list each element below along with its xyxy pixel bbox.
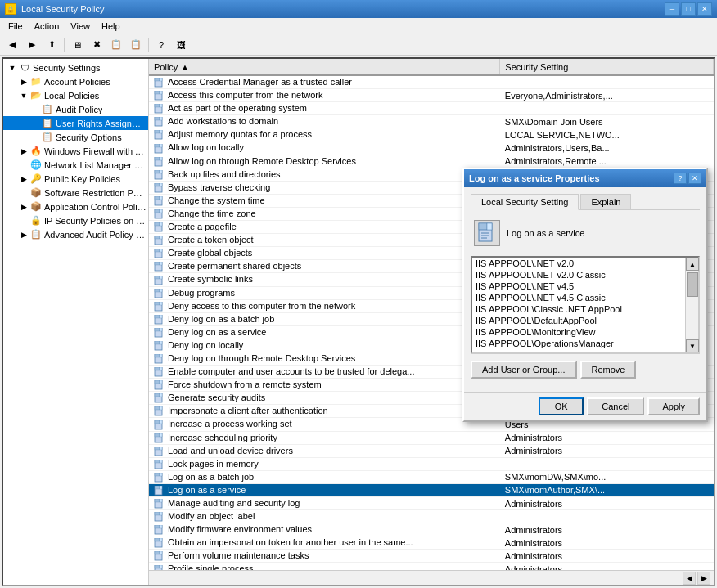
expander-advanced-audit[interactable]: ▶ [18, 229, 29, 240]
expander-software-restriction[interactable] [18, 187, 29, 199]
dialog-listbox[interactable]: IIS APPPOOL\.NET v2.0IIS APPPOOL\.NET v2… [472, 258, 685, 352]
add-user-button[interactable]: Add User or Group... [471, 361, 577, 379]
status-scroll-left[interactable]: ◀ [683, 572, 696, 585]
tree-item-advanced-audit[interactable]: ▶ 📋 Advanced Audit Policy Configuration [3, 227, 148, 241]
toolbar-up[interactable]: ⬆ [43, 37, 61, 53]
table-row[interactable]: Log on as a batch jobSMX\momDW,SMX\mo... [149, 470, 714, 483]
policy-cell: Deny log on as a batch job [149, 312, 500, 325]
table-row[interactable]: Profile single processAdministrators [149, 563, 714, 570]
table-row[interactable]: Increase scheduling priorityAdministrato… [149, 431, 714, 444]
tree-item-network-list[interactable]: 🌐 Network List Manager Policies [3, 158, 148, 172]
dialog-scrollbar: ▲ ▼ [685, 258, 698, 352]
table-row[interactable]: Load and unload device driversAdministra… [149, 444, 714, 457]
listbox-item[interactable]: IIS APPPOOL\.NET v4.5 [472, 281, 685, 292]
table-row[interactable]: Obtain an impersonation token for anothe… [149, 536, 714, 550]
table-row[interactable]: Modify an object label [149, 510, 714, 523]
tree-item-app-control[interactable]: ▶ 📦 Application Control Policies [3, 200, 148, 213]
scroll-up-button[interactable]: ▲ [686, 258, 699, 271]
minimize-button[interactable]: ─ [665, 2, 679, 16]
listbox-item[interactable]: IIS APPPOOL\.NET v2.0 [472, 258, 685, 269]
dialog-icon-row: Log on as a service [471, 217, 700, 249]
tree-item-windows-firewall[interactable]: ▶ 🔥 Windows Firewall with Advanced Sec..… [3, 144, 148, 158]
menu-file[interactable]: File [3, 20, 28, 32]
expander-security-settings[interactable]: ▼ [7, 62, 18, 74]
policy-row-icon [154, 551, 165, 561]
tree-item-public-key[interactable]: ▶ 🔑 Public Key Policies [3, 172, 148, 186]
listbox-item[interactable]: IIS APPPOOL\Classic .NET AppPool [472, 303, 685, 315]
policy-row-icon [154, 130, 165, 140]
policy-cell: Increase a process working set [149, 418, 500, 431]
table-row[interactable]: Manage auditing and security logAdminist… [149, 497, 714, 510]
menu-action[interactable]: Action [29, 20, 65, 32]
table-row[interactable]: Log on as a serviceSMX\momAuthor,SMX\... [149, 483, 714, 496]
svg-rect-103 [155, 525, 160, 528]
table-row[interactable]: Act as part of the operating system [149, 102, 714, 115]
toolbar-properties[interactable]: 📋 [107, 37, 125, 53]
expander-audit-policy[interactable] [29, 104, 41, 115]
toolbar-forward[interactable]: ▶ [23, 37, 41, 53]
tab-local-security-setting[interactable]: Local Security Setting [471, 194, 579, 210]
expander-account-policies[interactable]: ▶ [18, 76, 29, 88]
toolbar-help[interactable]: ? [152, 37, 170, 53]
table-row[interactable]: Add workstations to domainSMX\Domain Joi… [149, 115, 714, 128]
svg-rect-109 [155, 551, 160, 554]
remove-button[interactable]: Remove [580, 361, 637, 379]
ok-button[interactable]: OK [539, 397, 584, 415]
listbox-item[interactable]: IIS APPPOOL\.NET v2.0 Classic [472, 269, 685, 281]
setting-cell: Administrators [500, 563, 714, 570]
dialog-content: Local Security Setting Explain [464, 187, 706, 392]
expander-app-control[interactable]: ▶ [18, 201, 29, 213]
col-header-setting[interactable]: Security Setting [500, 59, 714, 75]
svg-rect-136 [479, 223, 487, 230]
menu-help[interactable]: Help [97, 20, 125, 32]
toolbar-copy[interactable]: 📋 [127, 37, 145, 53]
expander-security-options[interactable] [29, 132, 41, 143]
listbox-item[interactable]: IIS APPPOOL\DefaultAppPool [472, 315, 685, 326]
expander-network-list[interactable] [18, 159, 29, 171]
tree-item-user-rights[interactable]: 📋 User Rights Assignment [3, 116, 148, 130]
toolbar-show-hide[interactable]: 🖥 [68, 37, 86, 53]
table-row[interactable]: Access this computer from the networkEve… [149, 89, 714, 102]
listbox-item[interactable]: IIS APPPOOL\MonitoringView [472, 326, 685, 338]
tree-item-audit-policy[interactable]: 📋 Audit Policy [3, 102, 148, 116]
col-header-policy[interactable]: Policy ▲ [149, 59, 500, 75]
maximize-button[interactable]: □ [681, 2, 696, 16]
tree-item-local-policies[interactable]: ▼ 📂 Local Policies [3, 88, 148, 102]
tab-explain[interactable]: Explain [580, 194, 631, 209]
expander-user-rights[interactable] [29, 118, 41, 129]
table-row[interactable]: Adjust memory quotas for a processLOCAL … [149, 128, 714, 141]
table-row[interactable]: Allow log on locallyAdministrators,Users… [149, 141, 714, 155]
expander-windows-firewall[interactable]: ▶ [18, 146, 29, 157]
expander-local-policies[interactable]: ▼ [18, 90, 29, 101]
close-button[interactable]: ✕ [697, 2, 712, 16]
tree-item-account-policies[interactable]: ▶ 📁 Account Policies [3, 74, 148, 88]
svg-rect-70 [155, 380, 160, 384]
table-row[interactable]: Lock pages in memory [149, 457, 714, 470]
dialog-close-button[interactable]: ✕ [688, 173, 701, 184]
listbox-item[interactable]: IIS APPPOOL\OperationsManager [472, 338, 685, 349]
expander-ip-security[interactable] [18, 215, 29, 227]
tree-item-security-settings[interactable]: ▼ 🛡 Security Settings [3, 61, 148, 74]
toolbar-export[interactable]: 🖼 [172, 37, 190, 53]
apply-button[interactable]: Apply [647, 397, 700, 415]
tree-item-security-options[interactable]: 📋 Security Options [3, 130, 148, 144]
cancel-button[interactable]: Cancel [587, 397, 644, 415]
table-row[interactable]: Allow log on through Remote Desktop Serv… [149, 155, 714, 168]
dialog-help-button[interactable]: ? [674, 173, 687, 184]
scroll-down-button[interactable]: ▼ [686, 339, 699, 352]
toolbar-back[interactable]: ◀ [3, 37, 21, 53]
listbox-item[interactable]: IIS APPPOOL\.NET v4.5 Classic [472, 292, 685, 303]
toolbar-delete[interactable]: ✖ [88, 37, 106, 53]
tree-item-software-restriction[interactable]: 📦 Software Restriction Policies [3, 186, 148, 200]
expander-public-key[interactable]: ▶ [18, 173, 29, 185]
svg-rect-68 [160, 367, 162, 370]
table-row[interactable]: Access Credential Manager as a trusted c… [149, 75, 714, 89]
menu-view[interactable]: View [65, 20, 95, 32]
scroll-thumb[interactable] [687, 272, 698, 297]
table-row[interactable]: Perform volume maintenance tasksAdminist… [149, 550, 714, 563]
listbox-item[interactable]: NT SERVICE\ALL SERVICES [472, 349, 685, 352]
table-row[interactable]: Modify firmware environment valuesAdmini… [149, 523, 714, 536]
tree-item-ip-security[interactable]: 🔒 IP Security Policies on Local Compute.… [3, 213, 148, 227]
setting-cell: Administrators [500, 550, 714, 563]
status-scroll-right[interactable]: ▶ [697, 572, 710, 585]
